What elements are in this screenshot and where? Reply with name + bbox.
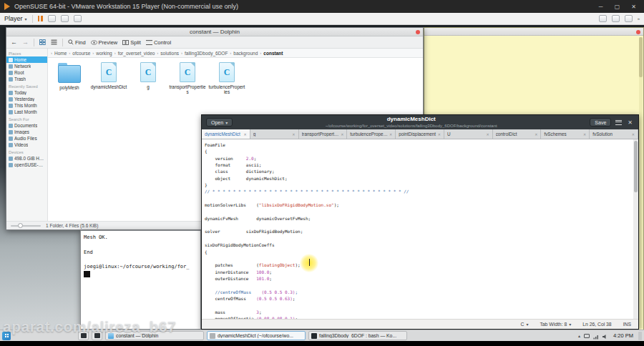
language-selector[interactable]: C ▾ xyxy=(520,322,528,327)
task-button-dynamicmeshdict[interactable]: dynamicMeshDict (~/ofcourse/wo... xyxy=(207,331,306,340)
sidebar-item-videos[interactable]: Videos xyxy=(6,142,47,148)
sidebar-item-audio-files[interactable]: Audio Files xyxy=(6,135,47,142)
close-icon[interactable]: ✕ xyxy=(626,119,634,126)
tab-close-icon[interactable]: ✕ xyxy=(486,132,489,137)
open-button[interactable]: Open ▾ xyxy=(206,118,233,127)
hamburger-menu-icon[interactable] xyxy=(615,120,622,125)
sidebar-item-last-month[interactable]: Last Month xyxy=(6,109,47,115)
tab-close-icon[interactable]: ✕ xyxy=(389,132,392,137)
chevron-right-icon[interactable]: » xyxy=(638,16,640,21)
volume-icon[interactable] xyxy=(602,330,608,342)
back-icon[interactable]: ← xyxy=(11,39,17,46)
sidebar-item-yesterday[interactable]: Yesterday xyxy=(6,96,47,102)
sidebar-item-label: Root xyxy=(14,70,24,75)
tab-close-icon[interactable]: ✕ xyxy=(632,132,635,137)
watermark: aparat.com/alireza_b67 xyxy=(3,318,176,335)
tab-close-icon[interactable]: ✕ xyxy=(438,132,441,137)
details-view-icon[interactable] xyxy=(51,39,57,45)
sidebar-item-498-0-gib-hard[interactable]: 498.0 GiB Hard xyxy=(6,155,47,162)
fullscreen-icon[interactable] xyxy=(625,15,633,22)
file-icon-letter: C xyxy=(145,67,152,78)
editor-content[interactable]: FoamFile{ version 2.0; format ascii; cla… xyxy=(202,139,638,319)
tab-label: turbulenceProperties xyxy=(350,132,388,137)
tab-transportproperties[interactable]: transportProperties✕ xyxy=(299,129,348,139)
code-line: FoamFile xyxy=(205,142,638,148)
tab-close-icon[interactable]: ✕ xyxy=(292,132,295,137)
close-icon[interactable] xyxy=(416,30,420,34)
control-button[interactable]: Control xyxy=(146,39,171,46)
sidebar-item-images[interactable]: Images xyxy=(6,129,47,135)
note-window-titlebar[interactable] xyxy=(424,28,643,36)
tab-controldict[interactable]: controlDict✕ xyxy=(493,129,542,139)
clock[interactable]: 4:20 PM xyxy=(613,332,633,339)
breadcrumb-item-falling3dbody-6dof[interactable]: falling3Dbody_6DOF xyxy=(185,51,228,56)
maximize-button[interactable]: ▢ xyxy=(611,4,623,10)
tab-width-selector[interactable]: Tab Width: 8 ▾ xyxy=(540,322,571,327)
sidebar-item-network[interactable]: Network xyxy=(6,63,47,69)
file-item-polymesh[interactable]: polyMesh xyxy=(51,62,88,90)
tab-close-icon[interactable]: ✕ xyxy=(583,132,586,137)
task-button-falling3dbody-6dof[interactable]: falling3Dbody_6DOF : bash — Ko... xyxy=(308,331,407,340)
file-item-dynamicmeshdict[interactable]: CdynamicMeshDict xyxy=(90,62,127,89)
place-icon xyxy=(9,58,13,62)
sidebar-item-trash[interactable]: Trash xyxy=(6,76,47,82)
tab-u[interactable]: U✕ xyxy=(444,129,493,139)
tab-fvschemes[interactable]: fvSchemes✕ xyxy=(541,129,590,139)
share-icon[interactable] xyxy=(599,15,607,22)
file-item-transportproperties[interactable]: CtransportProperties xyxy=(169,62,206,94)
player-menu[interactable]: Player ▾ xyxy=(4,15,27,22)
suspend-vm-icon[interactable] xyxy=(38,16,43,21)
snapshot-icon[interactable] xyxy=(61,15,69,22)
code-line: innerDistance 100.0; xyxy=(205,269,638,275)
panel-handle[interactable] xyxy=(638,332,642,340)
split-button[interactable]: Split xyxy=(122,39,141,46)
file-item-g[interactable]: Cg xyxy=(130,62,167,89)
minimize-button[interactable]: ─ xyxy=(595,4,607,10)
display-icon[interactable] xyxy=(584,334,590,338)
sidebar-item-root[interactable]: Root xyxy=(6,69,47,76)
breadcrumb-item-for-overset-video[interactable]: for_overset_video xyxy=(118,51,155,56)
scrollbar-thumb[interactable] xyxy=(634,141,638,192)
find-button[interactable]: Find xyxy=(68,39,86,46)
editor-scrollbar[interactable] xyxy=(633,139,638,319)
breadcrumb-item-ofcourse[interactable]: ofcourse xyxy=(72,51,90,56)
breadcrumb-item-solutions[interactable]: solutions xyxy=(160,51,179,56)
icon-view-icon[interactable] xyxy=(39,39,46,45)
sidebar-item-documents[interactable]: Documents xyxy=(6,122,47,129)
tab-dynamicmeshdict[interactable]: dynamicMeshDict✕ xyxy=(202,129,250,139)
dolphin-titlebar[interactable]: constant — Dolphin xyxy=(6,28,423,36)
breadcrumb-item-working[interactable]: working xyxy=(96,51,112,56)
tab-g[interactable]: g✕ xyxy=(250,129,299,139)
file-item-turbulenceproperties[interactable]: CturbulenceProperties xyxy=(208,62,245,94)
tab-pointdisplacement[interactable]: pointDisplacement✕ xyxy=(396,129,444,139)
sound-icon[interactable] xyxy=(612,15,620,22)
save-button[interactable]: Save xyxy=(590,118,611,127)
tab-fvsolution[interactable]: fvSolution✕ xyxy=(590,129,638,139)
sidebar-item-opensuse-leap[interactable]: openSUSE-Leap xyxy=(6,162,47,168)
sidebar-item-today[interactable]: Today xyxy=(6,89,47,96)
tab-close-icon[interactable]: ✕ xyxy=(535,132,537,137)
sidebar-item-home[interactable]: Home xyxy=(6,56,47,63)
forward-icon[interactable]: → xyxy=(22,39,29,46)
breadcrumb-item-home[interactable]: Home xyxy=(54,51,67,56)
breadcrumb-item-constant[interactable]: constant xyxy=(263,51,283,56)
ctrl-alt-del-icon[interactable] xyxy=(48,15,56,22)
tray-expand-icon[interactable]: ▴ xyxy=(578,334,580,338)
file-name: transportProperties xyxy=(169,84,206,94)
tab-turbulenceproperties[interactable]: turbulenceProperties✕ xyxy=(347,129,396,139)
preview-button[interactable]: Preview xyxy=(91,39,118,46)
zoom-slider-knob[interactable] xyxy=(18,223,23,228)
terminal-window[interactable]: Mesh OK. End joegi@linux:~/ofcourse/work… xyxy=(80,230,201,330)
hamburger-icon xyxy=(146,40,152,45)
zoom-slider[interactable] xyxy=(11,225,41,227)
note-window-scrollbar[interactable] xyxy=(639,37,643,328)
devices-icon[interactable] xyxy=(74,15,82,22)
screen: OpenSUSE 64-bit - VMware Workstation 15 … xyxy=(0,0,644,346)
close-button[interactable]: ✕ xyxy=(628,4,640,10)
tab-close-icon[interactable]: ✕ xyxy=(341,132,343,137)
network-icon[interactable] xyxy=(593,330,599,342)
close-icon[interactable] xyxy=(636,30,640,34)
sidebar-item-this-month[interactable]: This Month xyxy=(6,102,47,109)
tab-close-icon[interactable]: ✕ xyxy=(244,132,247,137)
breadcrumb-item-background[interactable]: background xyxy=(233,51,258,56)
